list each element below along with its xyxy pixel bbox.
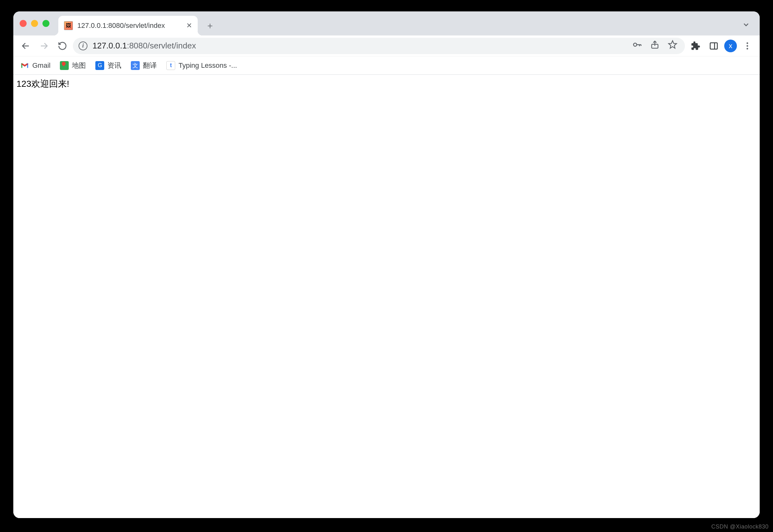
url-host: 127.0.0.1 [92, 41, 127, 50]
translate-icon: 文 [131, 61, 140, 70]
profile-avatar[interactable]: x [724, 40, 737, 52]
site-info-icon[interactable]: i [79, 41, 87, 50]
browser-tab[interactable]: 🖼 127.0.0.1:8080/servlet/index ✕ [58, 16, 198, 35]
window-minimize-button[interactable] [31, 20, 38, 27]
window-close-button[interactable] [20, 20, 27, 27]
bookmark-typing-lessons[interactable]: t Typing Lessons -... [166, 61, 237, 70]
svg-marker-7 [669, 41, 677, 48]
omnibox-actions [632, 40, 677, 52]
tab-favicon: 🖼 [64, 21, 73, 30]
tab-title: 127.0.0.1:8080/servlet/index [77, 22, 182, 30]
tab-overflow-button[interactable] [742, 21, 750, 31]
bookmark-label: Typing Lessons -... [178, 61, 237, 70]
window-controls [20, 20, 49, 27]
page-body-text: 123欢迎回来! [16, 78, 757, 90]
address-bar[interactable]: i 127.0.0.1:8080/servlet/index [73, 38, 685, 54]
toolbar: i 127.0.0.1:8080/servlet/index [13, 35, 760, 56]
maps-icon [60, 61, 69, 70]
watermark: CSDN @Xiaolock830 [711, 523, 769, 530]
browser-window: 🖼 127.0.0.1:8080/servlet/index ✕ ＋ i 127… [13, 11, 760, 518]
svg-point-2 [634, 43, 637, 46]
share-icon[interactable] [650, 40, 660, 52]
bookmark-star-icon[interactable] [668, 40, 677, 52]
back-button[interactable] [18, 38, 34, 54]
new-tab-button[interactable]: ＋ [203, 19, 217, 32]
url-text: 127.0.0.1:8080/servlet/index [92, 41, 196, 51]
svg-rect-8 [710, 43, 718, 49]
bookmark-news[interactable]: G 资讯 [95, 61, 121, 70]
password-key-icon[interactable] [632, 40, 642, 52]
news-icon: G [95, 61, 104, 70]
typing-icon: t [166, 61, 175, 70]
bookmark-maps[interactable]: 地图 [60, 61, 86, 70]
bookmark-label: 资讯 [107, 61, 121, 70]
svg-point-12 [747, 48, 748, 49]
close-icon[interactable]: ✕ [186, 22, 192, 30]
forward-button[interactable] [36, 38, 52, 54]
bookmark-translate[interactable]: 文 翻译 [131, 61, 157, 70]
svg-point-11 [747, 45, 748, 47]
bookmarks-bar: Gmail 地图 G 资讯 文 翻译 t Typing Lessons -... [13, 56, 760, 75]
url-path: :8080/servlet/index [127, 41, 196, 50]
extensions-button[interactable] [688, 38, 703, 54]
page-content: 123欢迎回来! [13, 75, 760, 518]
bookmark-label: 地图 [72, 61, 86, 70]
svg-point-10 [747, 42, 748, 44]
tab-strip: 🖼 127.0.0.1:8080/servlet/index ✕ ＋ [13, 11, 760, 35]
bookmark-gmail[interactable]: Gmail [20, 61, 50, 70]
window-maximize-button[interactable] [42, 20, 49, 27]
side-panel-button[interactable] [706, 38, 722, 54]
bookmark-label: Gmail [32, 61, 50, 70]
bookmark-label: 翻译 [143, 61, 157, 70]
reload-button[interactable] [54, 38, 70, 54]
profile-initial: x [729, 42, 732, 50]
gmail-icon [20, 61, 29, 70]
chrome-menu-button[interactable] [739, 38, 755, 54]
chevron-down-icon [742, 22, 750, 30]
